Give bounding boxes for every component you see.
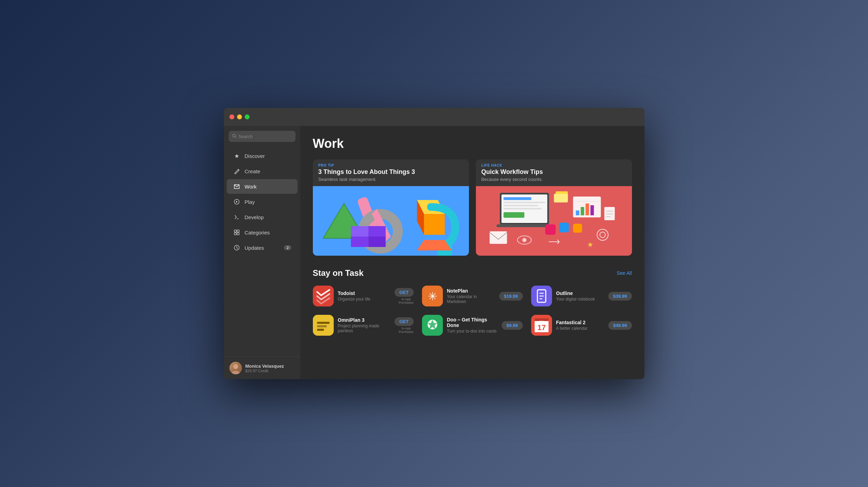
app-icon-fantastical: MAY 17 <box>531 315 552 336</box>
app-desc: Project planning made painless <box>338 324 390 333</box>
svg-rect-23 <box>503 202 545 203</box>
main-layout: Search ★ Discover Create <box>224 126 644 379</box>
app-item-todoist[interactable]: Todoist Organize your life GET In-AppPur… <box>313 284 414 308</box>
maximize-button[interactable] <box>245 114 250 119</box>
svg-rect-22 <box>503 197 531 200</box>
card-title-workflow: Quick Workflow Tips <box>481 168 626 176</box>
price-button-noteplan[interactable]: $19.99 <box>499 292 523 301</box>
categories-icon <box>233 229 241 236</box>
svg-rect-33 <box>585 203 589 215</box>
svg-text:★: ★ <box>587 241 593 248</box>
svg-rect-44 <box>604 207 615 220</box>
app-item-omniplan[interactable]: OmniPlan 3 Project planning made painles… <box>313 313 414 337</box>
card-header: PRO TIP 3 Things to Love About Things 3 … <box>313 159 469 186</box>
user-profile: Monica Velasquez $29.97 Credit <box>224 357 300 379</box>
app-name: Doo – Get Things Done <box>447 317 497 328</box>
sidebar-item-label: Categories <box>245 230 270 235</box>
main-content: Work PRO TIP 3 Things to Love About Thin… <box>300 126 644 379</box>
svg-rect-16 <box>368 237 386 247</box>
card-header-workflow: LIFE HACK Quick Workflow Tips Because ev… <box>476 159 632 186</box>
sidebar-item-categories[interactable]: Categories <box>227 225 298 240</box>
app-icon-noteplan: ✳ <box>422 286 443 306</box>
app-icon-todoist <box>313 286 334 306</box>
price-button-fantastical[interactable]: $49.99 <box>608 321 632 330</box>
app-desc: Organize your life <box>338 297 390 302</box>
card-title: 3 Things to Love About Things 3 <box>318 168 463 176</box>
card-subtitle: Seamless task management. <box>318 177 463 182</box>
app-price-outline: $39.99 <box>608 292 632 301</box>
card-subtitle-workflow: Because every second counts. <box>481 177 626 182</box>
discover-icon: ★ <box>233 152 241 160</box>
app-item-noteplan[interactable]: ✳ NotePlan Your calendar in Markdown $19… <box>422 284 523 308</box>
svg-rect-2 <box>234 230 236 232</box>
section-header: Stay on Task See All <box>313 268 632 278</box>
app-icon-omniplan <box>313 315 334 336</box>
svg-rect-5 <box>237 233 239 235</box>
svg-rect-60 <box>317 329 324 331</box>
sidebar-item-label: Discover <box>245 153 265 159</box>
price-button-outline[interactable]: $39.99 <box>608 292 632 301</box>
app-item-fantastical[interactable]: MAY 17 Fantastical 2 A better calendar $… <box>531 313 632 337</box>
sidebar-item-label: Updates <box>245 245 264 251</box>
sidebar-item-work[interactable]: Work <box>227 179 298 194</box>
app-desc: Your calendar in Markdown <box>447 294 495 304</box>
app-price-omniplan: GET In-AppPurchases <box>395 317 414 334</box>
app-item-doo[interactable]: Doo – Get Things Done Turn your to-dos i… <box>422 313 523 337</box>
get-button-omniplan[interactable]: GET <box>395 317 414 326</box>
sidebar-item-label: Work <box>245 184 257 190</box>
search-box[interactable]: Search <box>229 131 295 142</box>
svg-rect-40 <box>559 223 569 232</box>
sidebar-item-develop[interactable]: Develop <box>227 210 298 224</box>
svg-rect-29 <box>554 194 568 202</box>
featured-card-workflow[interactable]: LIFE HACK Quick Workflow Tips Because ev… <box>476 159 632 256</box>
svg-rect-17 <box>351 226 368 237</box>
user-info: Monica Velasquez $29.97 Credit <box>245 364 284 373</box>
avatar <box>229 362 242 374</box>
svg-rect-58 <box>317 322 330 324</box>
featured-card-things3[interactable]: PRO TIP 3 Things to Love About Things 3 … <box>313 159 469 256</box>
close-button[interactable] <box>229 114 234 119</box>
card-tag: PRO TIP <box>318 163 463 167</box>
app-price-todoist: GET In-AppPurchases <box>395 288 414 304</box>
updates-icon <box>233 244 241 252</box>
svg-rect-4 <box>234 233 236 235</box>
sidebar-item-label: Create <box>245 168 260 174</box>
section-title: Stay on Task <box>313 268 364 278</box>
price-button-doo[interactable]: $9.99 <box>502 321 523 330</box>
app-name: OmniPlan 3 <box>338 317 390 323</box>
app-name: Todoist <box>338 290 390 296</box>
svg-text:17: 17 <box>537 323 545 332</box>
svg-rect-26 <box>503 212 524 218</box>
card-image-things3 <box>313 186 469 256</box>
svg-rect-3 <box>237 230 239 232</box>
sidebar-item-play[interactable]: Play <box>227 194 298 209</box>
nav-items: ★ Discover Create <box>224 148 300 357</box>
app-name: Outline <box>556 290 604 296</box>
app-item-outline[interactable]: Outline Your digital notebook $39.99 <box>531 284 632 308</box>
get-button-todoist[interactable]: GET <box>395 288 414 297</box>
updates-badge: 2 <box>284 245 291 250</box>
svg-line-1 <box>235 137 236 138</box>
svg-marker-12 <box>424 214 445 235</box>
sidebar-item-discover[interactable]: ★ Discover <box>227 149 298 163</box>
in-app-text: In-AppPurchases <box>399 297 414 304</box>
app-info-todoist: Todoist Organize your life <box>338 290 390 302</box>
app-window: Search ★ Discover Create <box>224 108 644 379</box>
svg-rect-36 <box>489 231 507 244</box>
sidebar-item-updates[interactable]: Updates 2 <box>227 240 298 255</box>
sidebar-item-label: Play <box>245 199 255 205</box>
page-title: Work <box>313 136 632 151</box>
app-price-doo: $9.99 <box>502 321 523 330</box>
app-name: Fantastical 2 <box>556 320 604 325</box>
in-app-text-omniplan: In-AppPurchases <box>399 327 414 334</box>
svg-rect-18 <box>368 226 386 237</box>
see-all-button[interactable]: See All <box>617 270 632 276</box>
sidebar-item-create[interactable]: Create <box>227 164 298 178</box>
user-credit: $29.97 Credit <box>245 369 284 373</box>
sidebar-item-label: Develop <box>245 214 264 220</box>
svg-point-43 <box>522 238 526 242</box>
app-price-fantastical: $49.99 <box>608 321 632 330</box>
app-info-omniplan: OmniPlan 3 Project planning made painles… <box>338 317 390 333</box>
minimize-button[interactable] <box>237 114 242 119</box>
user-name: Monica Velasquez <box>245 364 284 369</box>
